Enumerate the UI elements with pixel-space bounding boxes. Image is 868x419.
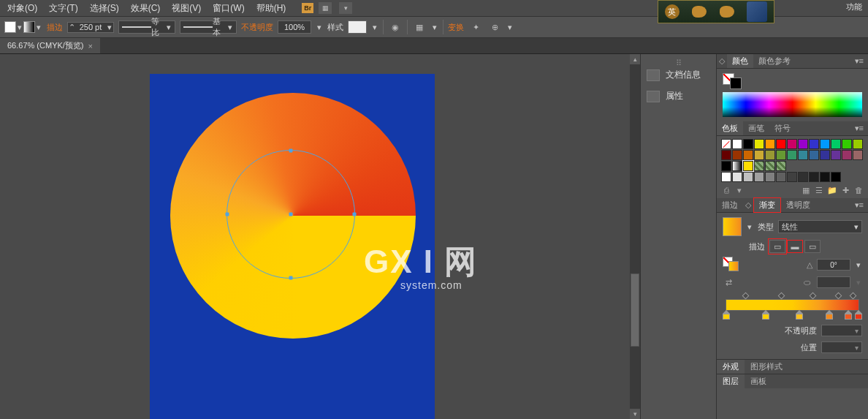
swatch[interactable] (743, 150, 753, 160)
gradient-stop[interactable] (796, 310, 803, 319)
swatch[interactable] (743, 139, 753, 149)
stroke-weight-input[interactable] (75, 23, 106, 31)
tab-color[interactable]: 颜色 (727, 54, 753, 68)
align-icon[interactable]: ▦ (412, 20, 427, 34)
swatch[interactable] (820, 150, 830, 160)
swatch[interactable] (776, 139, 786, 149)
tab-color-guide[interactable]: 颜色参考 (753, 54, 796, 68)
panel-collapse-icon[interactable]: ◇ (745, 200, 751, 210)
tab-layers[interactable]: 图层 (717, 374, 745, 388)
tab-symbols[interactable]: 符号 (769, 121, 796, 135)
reverse-gradient-icon[interactable]: ⇄ (723, 276, 734, 288)
grad-stroke-proxy[interactable] (728, 261, 739, 271)
color-spectrum[interactable] (723, 92, 862, 117)
stroke-dropdown-icon[interactable]: ▾ (35, 21, 42, 33)
panel-menu-icon[interactable]: ▾≡ (850, 124, 868, 133)
swatch[interactable] (776, 161, 786, 171)
menu-window[interactable]: 窗口(W) (208, 1, 248, 16)
swatch[interactable] (765, 139, 775, 149)
swatch-kind-icon[interactable]: ▦ (801, 185, 811, 195)
stop-position-input[interactable]: ▾ (821, 341, 862, 353)
swatch[interactable] (743, 172, 753, 182)
arrange-dropdown-icon[interactable]: ▾ (339, 2, 352, 14)
swatch[interactable] (776, 150, 786, 160)
anchor-left[interactable] (226, 213, 229, 216)
document-tab[interactable]: 66.67% (CMYK/预览) × (0, 38, 100, 53)
tab-gradient[interactable]: 渐变 (753, 197, 781, 213)
swatch[interactable] (787, 172, 797, 182)
gradient-type-select[interactable]: 线性 ▾ (778, 220, 862, 233)
gradient-midpoint[interactable] (742, 292, 750, 300)
swatch[interactable] (732, 150, 742, 160)
profile-dropdown-icon[interactable]: ▾ (165, 23, 172, 32)
gradient-track[interactable] (726, 299, 859, 311)
swatch-options-icon[interactable]: ☰ (814, 185, 824, 195)
fill-stroke-swatches[interactable]: ▾ ▾ (4, 21, 42, 33)
gradient-midpoint[interactable] (849, 292, 856, 300)
brush-dropdown-icon[interactable]: ▾ (226, 23, 233, 32)
close-tab-icon[interactable]: × (88, 42, 93, 50)
delete-swatch-icon[interactable]: 🗑 (853, 185, 864, 195)
gradient-midpoint[interactable] (834, 292, 842, 300)
vertical-scrollbar[interactable]: ▴ ▾ (630, 54, 640, 419)
stroke-within-icon[interactable]: ▭ (769, 240, 785, 253)
angle-dropdown-icon[interactable]: ▾ (855, 260, 862, 270)
swatch[interactable] (831, 139, 841, 149)
gradient-preview[interactable] (723, 217, 742, 236)
profile-select[interactable]: 等比 ▾ (118, 20, 175, 34)
scroll-down-icon[interactable]: ▾ (630, 409, 640, 419)
stroke-swatch[interactable] (23, 21, 35, 33)
opacity-input[interactable] (278, 20, 311, 34)
anchor-bottom[interactable] (289, 276, 293, 280)
style-dropdown-icon[interactable]: ▾ (371, 23, 378, 32)
swatch[interactable] (765, 172, 775, 182)
transform-icon-2[interactable]: ⊕ (487, 20, 502, 34)
workspace-label[interactable]: 功能 (846, 1, 862, 12)
bridge-icon[interactable]: Br (302, 3, 313, 13)
fillstroke-proxy[interactable] (723, 73, 743, 89)
dock-handle[interactable]: ⠿ (641, 58, 716, 64)
gradient-stop[interactable] (826, 310, 833, 319)
transform-label[interactable]: 变换 (448, 22, 464, 33)
swatch[interactable] (798, 139, 808, 149)
menu-select[interactable]: 选择(S) (85, 1, 123, 16)
swatch[interactable] (842, 139, 852, 149)
gradient-midpoint[interactable] (810, 292, 817, 300)
menu-view[interactable]: 视图(V) (167, 1, 205, 16)
stroke-weight-dropdown-icon[interactable]: ▾ (106, 23, 113, 32)
gradient-midpoint[interactable] (778, 292, 785, 300)
swatch[interactable] (809, 150, 819, 160)
stroke-proxy[interactable] (730, 78, 742, 89)
swatch[interactable] (809, 172, 819, 182)
tab-transparency[interactable]: 透明度 (781, 198, 815, 212)
scroll-up-icon[interactable]: ▴ (630, 54, 640, 64)
graphic-style-swatch[interactable] (348, 20, 367, 34)
anchor-top[interactable] (289, 149, 293, 153)
panel-docinfo[interactable]: 文档信息 (641, 64, 716, 86)
menu-type[interactable]: 文字(T) (45, 1, 82, 16)
swatch[interactable] (853, 139, 863, 149)
swatch[interactable] (721, 150, 731, 160)
decrement-icon[interactable]: ⌃ (68, 23, 75, 32)
panel-collapse-icon[interactable]: ◇ (719, 56, 725, 66)
swatch[interactable] (787, 150, 797, 160)
gradient-stop[interactable] (855, 310, 862, 319)
grad-fillstroke-proxy[interactable] (723, 257, 740, 273)
menu-object[interactable]: 对象(O) (3, 1, 42, 16)
anchor-center[interactable] (289, 213, 293, 216)
fill-dropdown-icon[interactable]: ▾ (16, 21, 23, 33)
swatch[interactable] (798, 150, 808, 160)
canvas-area[interactable]: GX I 网 system.com ▴ ▾ (0, 54, 640, 419)
swatch[interactable] (831, 172, 841, 182)
swatch[interactable] (743, 161, 753, 171)
gradient-stop[interactable] (723, 310, 730, 319)
brush-select[interactable]: 基本 ▾ (180, 20, 237, 34)
tab-brushes[interactable]: 画笔 (743, 121, 769, 135)
new-swatch-icon[interactable]: ✚ (840, 185, 850, 195)
scroll-thumb[interactable] (631, 273, 639, 347)
swatch[interactable] (732, 161, 742, 171)
selection-outline[interactable] (226, 150, 355, 279)
arrange-docs-icon[interactable]: ▦ (319, 2, 332, 14)
swatch[interactable] (765, 150, 775, 160)
tab-artboards[interactable]: 画板 (745, 374, 772, 388)
